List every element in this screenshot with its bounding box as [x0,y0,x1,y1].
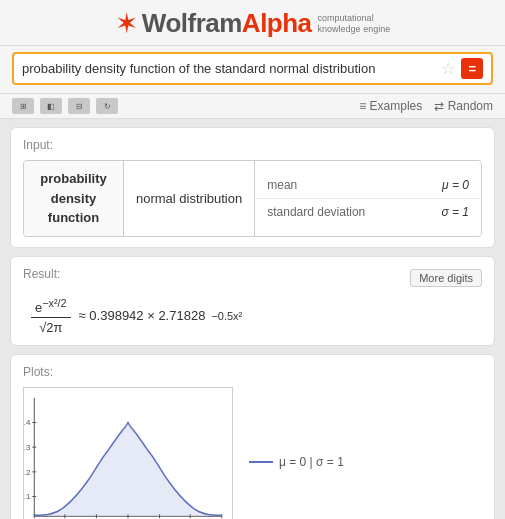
toolbar-icon-4[interactable]: ↻ [96,98,118,114]
search-bar: ☆ = [12,52,493,85]
exponent-neg-x2: −x²/2 [42,297,66,309]
logo-text: WolframAlpha [142,8,312,39]
logo-wolfram: Wolfram [142,8,242,38]
plot-legend: μ = 0 | σ = 1 [249,455,344,469]
toolbar-left: ⊞ ◧ ⊟ ↻ [12,98,118,114]
logo-alpha: Alpha [242,8,312,38]
favorite-icon[interactable]: ☆ [441,59,455,78]
param-stddev-label: standard deviation [267,205,365,219]
plots-label: Plots: [23,365,482,379]
main-content: Input: probability density function norm… [0,119,505,519]
fraction: e−x²/2 √2π [31,297,71,335]
search-input[interactable] [22,61,435,76]
svg-text:0.4: 0.4 [23,418,31,427]
toolbar-right: ≡ Examples ⇄ Random [359,99,493,113]
approx-exponent: −0.5x² [211,310,242,322]
legend-line-icon [249,461,273,463]
params-cell: mean μ = 0 standard deviation σ = 1 [255,161,481,236]
term-line3: function [48,210,99,225]
logo-star-icon: ✶ [115,10,138,38]
distribution-label: normal distribution [136,191,242,206]
random-link[interactable]: ⇄ Random [434,99,493,113]
approx-equals: ≈ 0.398942 × 2.71828 [79,308,206,323]
param-mean-label: mean [267,178,297,192]
more-digits-button[interactable]: More digits [410,269,482,287]
svg-text:0.1: 0.1 [23,492,30,501]
result-card: Result: More digits e−x²/2 √2π ≈ 0.39894… [10,256,495,346]
formula: e−x²/2 √2π ≈ 0.398942 × 2.71828−0.5x² [31,297,482,335]
input-label: Input: [23,138,482,152]
plots-card: Plots: 0.4 0.3 0.2 0.1 −3 [10,354,495,519]
denominator: √2π [35,318,66,335]
primary-term-cell: probability density function [24,161,124,236]
term-line1: probability [40,171,106,186]
numerator: e−x²/2 [31,297,71,318]
result-label: Result: [23,267,60,281]
plot-svg: 0.4 0.3 0.2 0.1 −3 −2 −1 0 1 [23,387,233,519]
search-area: ☆ = [0,46,505,94]
examples-link[interactable]: ≡ Examples [359,99,422,113]
param-mean-value: μ = 0 [442,178,469,192]
logo: ✶ WolframAlpha computational knowledge e… [115,8,390,39]
term-line2: density [51,191,97,206]
plot-container: 0.4 0.3 0.2 0.1 −3 −2 −1 0 1 [23,387,482,519]
svg-text:0.3: 0.3 [23,443,31,452]
toolbar-icon-3[interactable]: ⊟ [68,98,90,114]
header: ✶ WolframAlpha computational knowledge e… [0,0,505,46]
param-stddev-row: standard deviation σ = 1 [255,199,481,225]
logo-tagline: computational knowledge engine [318,13,391,35]
toolbar: ⊞ ◧ ⊟ ↻ ≡ Examples ⇄ Random [0,94,505,119]
result-header: Result: More digits [23,267,482,289]
svg-text:0.2: 0.2 [23,468,30,477]
param-mean-row: mean μ = 0 [255,172,481,199]
input-card: Input: probability density function norm… [10,127,495,248]
param-stddev-value: σ = 1 [441,205,469,219]
input-table: probability density function normal dist… [23,160,482,237]
distribution-cell: normal distribution [124,161,255,236]
search-go-button[interactable]: = [461,58,483,79]
legend-text: μ = 0 | σ = 1 [279,455,344,469]
toolbar-icon-1[interactable]: ⊞ [12,98,34,114]
toolbar-icon-2[interactable]: ◧ [40,98,62,114]
